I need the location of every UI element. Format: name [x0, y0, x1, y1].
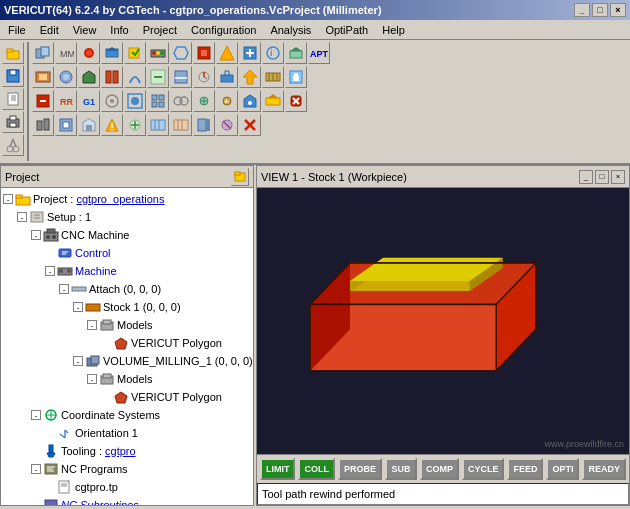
tb-btn-1-3[interactable]: [78, 42, 100, 64]
volume-label[interactable]: VOLUME_MILLING_1 (0, 0, 0): [103, 355, 253, 367]
tb-btn-4-9[interactable]: [216, 114, 238, 136]
tree-project-root[interactable]: - Project : cgtpro_operations: [3, 190, 251, 208]
tree-control[interactable]: Control: [3, 244, 251, 262]
close-button[interactable]: ×: [610, 3, 626, 17]
toolbar-cut-button[interactable]: [2, 134, 24, 156]
tree-orient[interactable]: Orientation 1: [3, 424, 251, 442]
project-header-icon[interactable]: [231, 168, 249, 186]
minimize-button[interactable]: _: [574, 3, 590, 17]
tree-cnc[interactable]: - CNC Machine: [3, 226, 251, 244]
tb-btn-2-11[interactable]: [262, 66, 284, 88]
control-label[interactable]: Control: [75, 247, 110, 259]
tb-btn-4-6[interactable]: [147, 114, 169, 136]
tb-btn-1-12[interactable]: [285, 42, 307, 64]
expand-machine[interactable]: -: [45, 266, 55, 276]
tb-btn-1-7[interactable]: [170, 42, 192, 64]
tree-attach[interactable]: - Attach (0, 0, 0): [3, 280, 251, 298]
tb-btn-3-12[interactable]: [285, 90, 307, 112]
tree-models1[interactable]: - Models: [3, 316, 251, 334]
nc-file-label[interactable]: cgtpro.tp: [75, 481, 118, 493]
setup-label[interactable]: Setup : 1: [47, 211, 91, 223]
expand-nc[interactable]: -: [31, 464, 41, 474]
toolbar-save-button[interactable]: [2, 65, 24, 87]
nc-label[interactable]: NC Programs: [61, 463, 128, 475]
cycle-button[interactable]: CYCLE: [462, 458, 505, 480]
tb-btn-4-2[interactable]: [55, 114, 77, 136]
menu-help[interactable]: Help: [376, 23, 411, 37]
tb-btn-2-4[interactable]: [101, 66, 123, 88]
tb-btn-1-1[interactable]: [32, 42, 54, 64]
menu-analysis[interactable]: Analysis: [264, 23, 317, 37]
tb-btn-2-5[interactable]: [124, 66, 146, 88]
tb-btn-3-3[interactable]: G1: [78, 90, 100, 112]
expand-setup[interactable]: -: [17, 212, 27, 222]
expand-attach[interactable]: -: [59, 284, 69, 294]
tb-btn-1-8[interactable]: [193, 42, 215, 64]
attach-label[interactable]: Attach (0, 0, 0): [89, 283, 161, 295]
tb-btn-3-2[interactable]: RR: [55, 90, 77, 112]
tree-stock1[interactable]: - Stock 1 (0, 0, 0): [3, 298, 251, 316]
tb-btn-3-6[interactable]: [147, 90, 169, 112]
tb-btn-3-4[interactable]: [101, 90, 123, 112]
tb-btn-1-4[interactable]: [101, 42, 123, 64]
tree-setup[interactable]: - Setup : 1: [3, 208, 251, 226]
tb-btn-2-12[interactable]: [285, 66, 307, 88]
tb-btn-3-7[interactable]: [170, 90, 192, 112]
menu-view[interactable]: View: [67, 23, 103, 37]
tb-btn-4-8[interactable]: [193, 114, 215, 136]
tree-nc-file[interactable]: cgtpro.tp: [3, 478, 251, 496]
tb-btn-4-3[interactable]: [78, 114, 100, 136]
limit-button[interactable]: LIMIT: [260, 458, 296, 480]
tb-btn-4-1[interactable]: [32, 114, 54, 136]
tree-models2[interactable]: - Models: [3, 370, 251, 388]
tb-btn-1-2[interactable]: MM: [55, 42, 77, 64]
toolbar-new-button[interactable]: [2, 88, 24, 110]
expand-volume[interactable]: -: [73, 356, 83, 366]
machine-label[interactable]: Machine: [75, 265, 117, 277]
expand-models1[interactable]: -: [87, 320, 97, 330]
feed-button[interactable]: FEED: [507, 458, 543, 480]
tb-btn-1-6[interactable]: [147, 42, 169, 64]
project-name-link[interactable]: cgtpro_operations: [76, 193, 164, 205]
stock1-label[interactable]: Stock 1 (0, 0, 0): [103, 301, 181, 313]
tb-btn-4-7[interactable]: [170, 114, 192, 136]
tree-coord[interactable]: - Coordinate Systems: [3, 406, 251, 424]
tb-btn-2-8[interactable]: [193, 66, 215, 88]
viewport-min-button[interactable]: _: [579, 170, 593, 184]
tree-polygon1[interactable]: VERICUT Polygon: [3, 334, 251, 352]
tooling-label[interactable]: Tooling : cgtpro: [61, 445, 136, 457]
tb-btn-2-1[interactable]: [32, 66, 54, 88]
expand-cnc[interactable]: -: [31, 230, 41, 240]
tb-btn-3-10[interactable]: [239, 90, 261, 112]
subroutines-label[interactable]: NC Subroutines: [61, 499, 139, 505]
opti-button[interactable]: OPTI: [546, 458, 579, 480]
tb-btn-3-1[interactable]: [32, 90, 54, 112]
cnc-label[interactable]: CNC Machine: [61, 229, 129, 241]
coord-label[interactable]: Coordinate Systems: [61, 409, 160, 421]
tb-btn-2-6[interactable]: [147, 66, 169, 88]
maximize-button[interactable]: □: [592, 3, 608, 17]
tb-btn-3-5[interactable]: [124, 90, 146, 112]
tb-btn-2-10[interactable]: [239, 66, 261, 88]
tree-polygon2[interactable]: VERICUT Polygon: [3, 388, 251, 406]
menu-file[interactable]: File: [2, 23, 32, 37]
viewport-max-button[interactable]: □: [595, 170, 609, 184]
tb-btn-4-4[interactable]: [101, 114, 123, 136]
tb-btn-2-2[interactable]: [55, 66, 77, 88]
tb-btn-4-5[interactable]: [124, 114, 146, 136]
tb-btn-3-11[interactable]: [262, 90, 284, 112]
expand-coord[interactable]: -: [31, 410, 41, 420]
viewport-close-button[interactable]: ×: [611, 170, 625, 184]
menu-project[interactable]: Project: [137, 23, 183, 37]
toolbar-open-button[interactable]: [2, 42, 24, 64]
tb-btn-1-9[interactable]: [216, 42, 238, 64]
tree-machine[interactable]: - Machine: [3, 262, 251, 280]
tb-btn-1-11[interactable]: i: [262, 42, 284, 64]
coll-button[interactable]: COLL: [298, 458, 335, 480]
toolbar-print-button[interactable]: [2, 111, 24, 133]
tree-volume[interactable]: - VOLUME_MILLING_1 (0, 0, 0): [3, 352, 251, 370]
menu-edit[interactable]: Edit: [34, 23, 65, 37]
menu-info[interactable]: Info: [104, 23, 134, 37]
tb-btn-3-8[interactable]: [193, 90, 215, 112]
comp-button[interactable]: COMP: [420, 458, 459, 480]
